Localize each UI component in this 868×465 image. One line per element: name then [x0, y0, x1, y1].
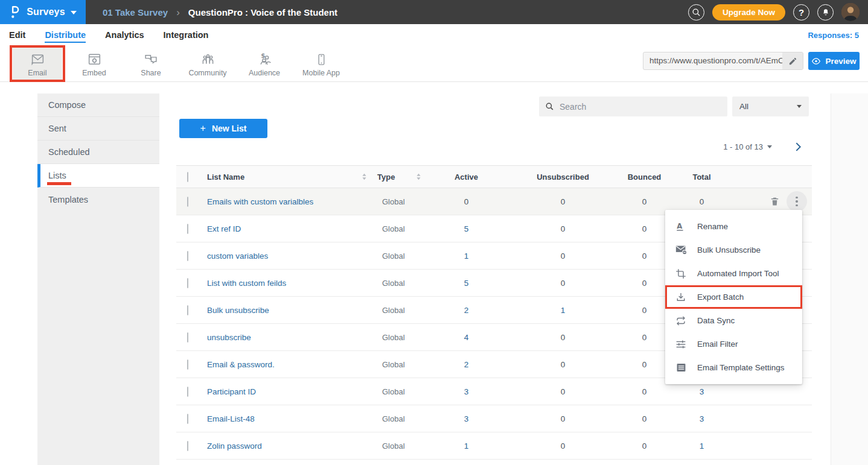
tab-analytics[interactable]: Analytics — [105, 26, 144, 44]
rename-icon: A — [675, 221, 687, 233]
sort-icon[interactable] — [416, 173, 421, 180]
automated-import-icon — [675, 268, 687, 280]
column-header-unsubscribed: Unsubscribed — [507, 172, 619, 182]
product-name: Surveys — [27, 7, 65, 17]
responses-count[interactable]: Responses: 5 — [808, 31, 859, 40]
list-name-link[interactable]: Zolin password — [207, 441, 262, 451]
column-header-list-name[interactable]: List Name — [205, 172, 371, 182]
pagination-range-dropdown[interactable]: 1 - 10 of 13 — [723, 142, 772, 151]
upgrade-now-button[interactable]: Upgrade Now — [712, 4, 785, 21]
export-batch-icon — [675, 291, 687, 303]
email-icon — [30, 51, 46, 67]
row-checkbox[interactable] — [187, 278, 188, 288]
edit-url-button[interactable] — [782, 52, 803, 69]
sidebar-item-lists[interactable]: Lists — [37, 164, 159, 188]
list-type-filter[interactable]: All — [732, 96, 809, 116]
list-name-link[interactable]: Email & password. — [207, 360, 275, 369]
menu-item-bulk-unsubscribe[interactable]: Bulk Unsubscribe — [665, 238, 802, 262]
breadcrumb-survey-name[interactable]: 01 Take Survey — [103, 7, 168, 17]
sidebar-item-sent[interactable]: Sent — [37, 117, 159, 141]
list-name-link[interactable]: unsubscribe — [207, 333, 251, 342]
list-name-link[interactable]: Email-List-48 — [207, 414, 255, 423]
column-header-type[interactable]: Type — [371, 172, 426, 182]
top-bar: Surveys 01 Take Survey › QuestionPro : V… — [0, 0, 868, 24]
channel-label: Share — [141, 69, 161, 77]
row-checkbox[interactable] — [187, 359, 188, 370]
select-all-checkbox[interactable] — [187, 172, 188, 182]
sidebar-item-compose[interactable]: Compose — [37, 93, 159, 117]
chevron-down-icon — [797, 105, 802, 108]
channel-audience[interactable]: $ Audience — [236, 48, 293, 80]
plus-icon: + — [200, 123, 206, 134]
table-header-row: List Name Type Active Unsubscribed Bounc… — [176, 165, 812, 188]
bell-icon — [822, 8, 830, 17]
help-button[interactable]: ? — [793, 4, 809, 21]
row-checkbox[interactable] — [187, 414, 188, 424]
row-menu-button[interactable] — [787, 191, 807, 212]
row-checkbox[interactable] — [187, 251, 188, 261]
breadcrumb-separator-icon: › — [176, 7, 180, 17]
channel-community[interactable]: Community — [179, 48, 236, 80]
list-name-link[interactable]: Ext ref ID — [207, 224, 241, 233]
sidebar-item-scheduled[interactable]: Scheduled — [37, 141, 159, 164]
user-avatar[interactable] — [841, 3, 860, 21]
row-checkbox[interactable] — [187, 224, 188, 234]
list-name-link[interactable]: List with custom feilds — [207, 279, 286, 288]
sort-icon[interactable] — [362, 173, 367, 180]
channel-email[interactable]: Email — [13, 48, 62, 80]
list-name-link[interactable]: Emails with custom varialbles — [207, 197, 313, 206]
list-name-link[interactable]: Participant ID — [207, 387, 256, 396]
sidebar-item-templates[interactable]: Templates — [37, 188, 159, 211]
channel-label: Mobile App — [302, 69, 340, 77]
topbar-actions: Upgrade Now ? — [688, 3, 868, 21]
row-checkbox[interactable] — [187, 332, 188, 343]
delete-list-button[interactable] — [770, 196, 780, 207]
search-button[interactable] — [688, 4, 704, 21]
menu-item-export-batch[interactable]: Export Batch — [665, 285, 802, 309]
email-sidebar: Compose Sent Scheduled Lists Templates — [37, 93, 159, 465]
chevron-right-icon — [794, 142, 803, 152]
channel-share[interactable]: Share — [123, 48, 179, 80]
menu-item-email-template-settings[interactable]: Email Template Settings — [665, 356, 802, 379]
channel-mobile-app[interactable]: Mobile App — [293, 48, 349, 80]
chevron-down-icon — [71, 11, 77, 14]
menu-item-data-sync[interactable]: Data Sync — [665, 309, 802, 332]
email-template-settings-icon — [675, 362, 687, 374]
preview-button[interactable]: Preview — [808, 52, 860, 70]
row-checkbox[interactable] — [187, 305, 188, 315]
avatar-photo — [841, 3, 860, 21]
questionpro-app: Surveys 01 Take Survey › QuestionPro : V… — [0, 0, 868, 465]
menu-item-email-filter[interactable]: Email Filter — [665, 332, 802, 356]
list-name-link[interactable]: custom variables — [207, 251, 268, 261]
menu-item-automated-import-tool[interactable]: Automated Import Tool — [665, 262, 802, 285]
channel-label: Audience — [249, 69, 280, 77]
tab-edit[interactable]: Edit — [9, 26, 25, 44]
menu-item-rename[interactable]: A Rename — [665, 215, 802, 238]
search-input[interactable] — [560, 102, 721, 112]
svg-text:$: $ — [261, 52, 265, 59]
pencil-icon — [788, 57, 797, 66]
email-filter-icon — [675, 338, 687, 350]
column-header-active: Active — [426, 172, 507, 182]
list-name-link[interactable]: Bulk unsubscribe — [207, 306, 269, 315]
table-row: Email-List-48 Global 3 0 0 3 — [176, 405, 812, 432]
new-list-button[interactable]: + New List — [179, 119, 267, 138]
next-page-button[interactable] — [794, 142, 803, 152]
survey-url-value[interactable]: https://www.questionpro.com/t/AEmOx2 — [643, 52, 782, 69]
list-search — [539, 96, 727, 116]
surveys-product-menu[interactable]: Surveys — [0, 0, 86, 24]
page-gutter — [831, 93, 868, 465]
community-icon — [200, 51, 216, 67]
bulk-unsubscribe-icon — [675, 244, 687, 256]
search-icon — [692, 8, 701, 17]
row-checkbox[interactable] — [187, 197, 188, 207]
tab-distribute[interactable]: Distribute — [45, 26, 86, 44]
row-checkbox[interactable] — [187, 387, 188, 397]
notifications-button[interactable] — [817, 4, 834, 21]
breadcrumb: 01 Take Survey › QuestionPro : Voice of … — [103, 7, 688, 17]
column-header-bounced: Bounced — [619, 172, 670, 182]
row-checkbox[interactable] — [187, 441, 188, 451]
distribute-toolbar: Email Embed Share Community — [0, 46, 868, 82]
channel-embed[interactable]: Embed — [66, 48, 123, 80]
tab-integration[interactable]: Integration — [164, 26, 209, 44]
